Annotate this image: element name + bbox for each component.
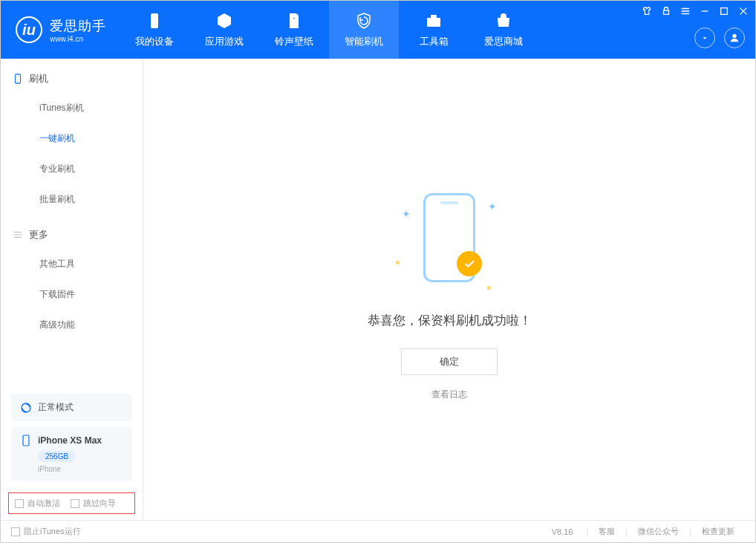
app-body: 刷机 iTunes刷机 一键刷机 专业刷机 批量刷机 更多 其他工具 下载固件 … <box>1 59 755 520</box>
close-icon[interactable] <box>737 5 749 17</box>
success-check-icon <box>457 251 482 276</box>
nav-tab-device[interactable]: 我的设备 <box>120 1 189 59</box>
svg-rect-1 <box>427 18 440 27</box>
svg-rect-6 <box>16 74 21 83</box>
svg-rect-2 <box>431 15 437 18</box>
footer-link-update[interactable]: 检查更新 <box>691 526 745 537</box>
footer-link-wechat[interactable]: 微信公众号 <box>628 526 689 537</box>
nav-tab-label: 智能刷机 <box>345 35 383 48</box>
menu-icon[interactable] <box>680 5 691 17</box>
device-icon <box>145 11 164 30</box>
sidebar-item-itunes-flash[interactable]: iTunes刷机 <box>1 93 143 123</box>
logo-section[interactable]: iu 爱思助手 www.i4.cn <box>1 16 120 43</box>
sparkle-icon: ✦ <box>402 208 411 220</box>
sidebar-section-more: 更多 <box>1 215 143 249</box>
checkbox-label: 跳过向导 <box>83 498 116 509</box>
device-info-box[interactable]: iPhone XS Max 256GB iPhone <box>11 427 132 481</box>
lock-icon[interactable] <box>660 5 672 17</box>
nav-tab-ringtone[interactable]: 铃声壁纸 <box>259 1 329 59</box>
checkbox-block-itunes[interactable]: 阻止iTunes运行 <box>11 526 81 537</box>
footer-links: | 客服 | 微信公众号 | 检查更新 <box>586 526 745 537</box>
checkbox-label: 阻止iTunes运行 <box>24 526 81 537</box>
section-title: 刷机 <box>29 72 48 85</box>
store-icon <box>494 11 513 30</box>
refresh-shield-icon <box>354 11 374 30</box>
mode-label: 正常模式 <box>38 401 74 414</box>
phone-icon <box>13 74 23 84</box>
device-name: iPhone XS Max <box>38 435 102 446</box>
nav-tab-flash[interactable]: 智能刷机 <box>329 1 399 59</box>
sparkle-icon: ✦ <box>488 201 497 212</box>
checkbox-auto-activate[interactable]: 自动激活 <box>15 498 60 509</box>
nav-tab-label: 应用游戏 <box>205 35 244 48</box>
nav-tab-label: 铃声壁纸 <box>275 35 313 48</box>
sidebar-item-batch-flash[interactable]: 批量刷机 <box>1 184 143 215</box>
version-label: V8.16 <box>552 527 573 536</box>
nav-tab-apps[interactable]: 应用游戏 <box>189 1 259 59</box>
sidebar-item-download-firmware[interactable]: 下载固件 <box>1 279 143 310</box>
user-icon[interactable] <box>724 27 745 48</box>
minimize-icon[interactable] <box>699 5 711 17</box>
ok-button[interactable]: 确定 <box>401 348 498 375</box>
footer-link-support[interactable]: 客服 <box>588 526 625 537</box>
list-icon <box>13 230 23 240</box>
status-bar: 阻止iTunes运行 V8.16 | 客服 | 微信公众号 | 检查更新 <box>1 520 755 542</box>
nav-tab-toolbox[interactable]: 工具箱 <box>399 1 469 59</box>
shirt-icon[interactable] <box>641 5 653 17</box>
svg-rect-4 <box>721 8 728 15</box>
maximize-icon[interactable] <box>718 5 730 17</box>
section-title: 更多 <box>29 228 48 241</box>
download-icon[interactable] <box>694 27 715 48</box>
phone-small-icon <box>20 435 32 446</box>
logo-text: 爱思助手 www.i4.cn <box>50 17 106 43</box>
svg-point-5 <box>732 34 736 38</box>
view-log-link[interactable]: 查看日志 <box>431 388 467 401</box>
cube-icon <box>215 11 234 30</box>
svg-rect-0 <box>151 13 158 28</box>
device-storage: 256GB <box>38 451 76 462</box>
checkbox-skip-guide[interactable]: 跳过向导 <box>71 498 116 509</box>
nav-tab-store[interactable]: 爱思商城 <box>469 1 538 59</box>
main-content: ✦ ✦ 恭喜您，保资料刷机成功啦！ 确定 查看日志 <box>143 59 755 520</box>
svg-rect-8 <box>23 435 29 446</box>
header-actions <box>694 27 745 48</box>
checkbox-icon <box>15 499 24 508</box>
checkbox-label: 自动激活 <box>27 498 60 509</box>
sidebar-section-flash: 刷机 <box>1 59 143 93</box>
checkbox-icon <box>71 499 79 508</box>
checkbox-icon <box>11 527 20 536</box>
sidebar-item-other-tools[interactable]: 其他工具 <box>1 249 143 279</box>
sidebar-item-pro-flash[interactable]: 专业刷机 <box>1 154 143 184</box>
app-header: iu 爱思助手 www.i4.cn 我的设备 应用游戏 铃声壁纸 智能刷机 工具… <box>1 1 755 59</box>
dot-icon <box>396 261 400 264</box>
flash-options-highlight: 自动激活 跳过向导 <box>8 492 135 514</box>
nav-tab-label: 工具箱 <box>420 35 449 48</box>
sync-icon <box>20 402 32 414</box>
dot-icon <box>487 286 491 290</box>
sidebar: 刷机 iTunes刷机 一键刷机 专业刷机 批量刷机 更多 其他工具 下载固件 … <box>1 59 143 520</box>
window-controls <box>641 5 749 17</box>
success-illustration: ✦ ✦ <box>375 178 524 297</box>
sidebar-item-advanced[interactable]: 高级功能 <box>1 310 143 340</box>
sidebar-item-oneclick-flash[interactable]: 一键刷机 <box>1 123 143 154</box>
logo-icon: iu <box>16 16 42 43</box>
nav-tab-label: 我的设备 <box>135 35 174 48</box>
success-message: 恭喜您，保资料刷机成功啦！ <box>368 312 532 329</box>
svg-rect-3 <box>664 10 669 14</box>
nav-tabs: 我的设备 应用游戏 铃声壁纸 智能刷机 工具箱 爱思商城 <box>120 1 538 59</box>
nav-tab-label: 爱思商城 <box>484 35 523 48</box>
app-domain: www.i4.cn <box>50 35 106 43</box>
app-name: 爱思助手 <box>50 17 106 35</box>
device-mode-box[interactable]: 正常模式 <box>11 394 132 421</box>
device-type: iPhone <box>38 465 123 473</box>
toolbox-icon <box>424 11 443 30</box>
music-file-icon <box>284 11 304 30</box>
